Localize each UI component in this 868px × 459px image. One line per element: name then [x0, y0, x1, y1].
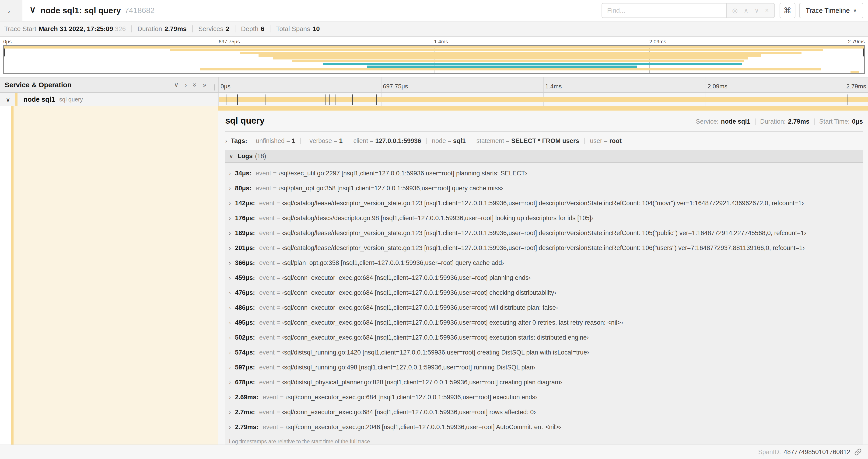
minimap-span-bar [240, 52, 802, 54]
log-expand-chevron-icon[interactable]: › [229, 275, 231, 281]
logs-collapse-chevron-icon[interactable]: ∨ [229, 153, 233, 160]
log-entry-row[interactable]: ›366μs:event=‹sql/plan_opt.go:358 [nsql1… [225, 256, 863, 270]
meta-label: Start Time: [819, 118, 850, 125]
log-expand-chevron-icon[interactable]: › [229, 305, 231, 311]
tag-key: client [353, 137, 368, 144]
span-log-tick [352, 94, 353, 105]
span-detail-left-column [0, 106, 218, 445]
meta-divider [814, 119, 814, 125]
log-expand-chevron-icon[interactable]: › [229, 364, 231, 371]
log-entry-row[interactable]: ›495μs:event=‹sql/conn_executor_exec.go:… [225, 315, 863, 330]
column-resizer-grip[interactable] [213, 85, 215, 91]
span-detail-bar-strip[interactable] [218, 106, 868, 110]
log-expand-chevron-icon[interactable]: › [229, 170, 231, 177]
log-expand-chevron-icon[interactable]: › [229, 200, 231, 207]
log-equals: = [277, 349, 280, 356]
log-expand-chevron-icon[interactable]: › [229, 290, 231, 296]
log-field-key: event [263, 424, 278, 431]
log-entry-row[interactable]: ›574μs:event=‹sql/distsql_running.go:142… [225, 345, 863, 360]
log-field-key: event [259, 215, 275, 222]
log-expand-chevron-icon[interactable]: › [229, 320, 231, 326]
log-expand-chevron-icon[interactable]: › [229, 394, 231, 401]
summary-divider [192, 25, 193, 32]
minimap-canvas[interactable] [3, 45, 865, 74]
log-entry-row[interactable]: ›2.7ms:event=‹sql/conn_executor_exec.go:… [225, 405, 863, 420]
page-header: ← ∨ node sql1: sql query 7418682 ◎∧∨× ⌘ … [0, 0, 868, 22]
log-entry-row[interactable]: ›176μs:event=‹sql/catalog/descs/descript… [225, 211, 863, 226]
span-collapse-chevron-icon[interactable]: ∨ [6, 96, 10, 103]
span-row[interactable]: ∨ node sql1 sql query [0, 93, 868, 106]
collapse-all-icon[interactable]: » [192, 83, 198, 87]
log-field-key: event [259, 244, 275, 252]
log-expand-chevron-icon[interactable]: › [229, 379, 231, 386]
log-equals: = [273, 185, 277, 192]
log-entry-row[interactable]: ›459μs:event=‹sql/conn_executor_exec.go:… [225, 270, 863, 286]
collapse-one-icon[interactable]: ∨ [174, 81, 179, 88]
log-field-key: event [259, 379, 275, 386]
log-expand-chevron-icon[interactable]: › [229, 409, 231, 416]
meta-value: 2.79ms [788, 118, 809, 125]
log-entry-row[interactable]: ›201μs:event=‹sql/catalog/lease/descript… [225, 241, 863, 256]
log-entry-row[interactable]: ›34μs:event=‹sql/exec_util.go:2297 [nsql… [225, 166, 863, 181]
summary-value: 2 [226, 25, 229, 33]
log-entry-row[interactable]: ›80μs:event=‹sql/plan_opt.go:358 [nsql1,… [225, 181, 863, 196]
deep-link-icon[interactable] [854, 448, 862, 456]
summary-value: 10 [312, 25, 320, 33]
back-button[interactable]: ← [0, 0, 22, 21]
previous-result-icon[interactable]: ∧ [744, 7, 748, 14]
log-expand-chevron-icon[interactable]: › [229, 260, 231, 266]
log-timestamp: 502μs: [235, 334, 255, 341]
log-expand-chevron-icon[interactable]: › [229, 215, 231, 222]
span-bar-cell[interactable] [218, 93, 868, 106]
next-result-icon[interactable]: ∨ [754, 7, 759, 14]
clear-search-icon[interactable]: × [765, 7, 769, 14]
logs-header[interactable]: ∨ Logs (18) [225, 150, 863, 163]
span-detail-panel: sql query Service:node sql1Duration:2.79… [218, 106, 868, 445]
log-timestamp: 486μs: [235, 304, 255, 312]
span-duration-bar[interactable] [219, 97, 868, 102]
keyboard-shortcuts-button[interactable]: ⌘ [780, 3, 796, 18]
log-entry-row[interactable]: ›486μs:event=‹sql/conn_executor_exec.go:… [225, 300, 863, 315]
log-expand-chevron-icon[interactable]: › [229, 424, 231, 431]
expand-all-icon[interactable]: » [203, 81, 207, 88]
log-timestamp: 2.69ms: [235, 394, 258, 401]
log-equals: = [280, 394, 284, 401]
focus-match-icon[interactable]: ◎ [732, 7, 738, 14]
span-id-bar: SpanID: 4877749850101760812 [0, 445, 868, 459]
span-log-tick [237, 94, 238, 105]
find-input[interactable] [601, 3, 726, 18]
timeline-ruler: 0μs697.75μs1.4ms2.09ms2.79ms [218, 77, 868, 92]
log-entry-row[interactable]: ›142μs:event=‹sql/catalog/lease/descript… [225, 196, 863, 211]
log-field-key: event [259, 274, 275, 282]
tag-item: user = root [590, 137, 622, 144]
meta-value: node sql1 [721, 118, 750, 125]
log-expand-chevron-icon[interactable]: › [229, 245, 231, 252]
log-entry-row[interactable]: ›189μs:event=‹sql/catalog/lease/descript… [225, 226, 863, 241]
log-entry-row[interactable]: ›502μs:event=‹sql/conn_executor_exec.go:… [225, 330, 863, 345]
log-expand-chevron-icon[interactable]: › [229, 185, 231, 192]
tag-value: SELECT * FROM users [511, 137, 579, 144]
tags-label[interactable]: Tags: [231, 137, 247, 144]
log-expand-chevron-icon[interactable]: › [229, 230, 231, 236]
collapse-trace-chevron-icon[interactable]: ∨ [29, 5, 36, 14]
log-expand-chevron-icon[interactable]: › [229, 334, 231, 341]
log-field-key: event [256, 170, 271, 177]
tags-row[interactable]: › Tags: _unfinished = 1_verbose = 1clien… [225, 137, 863, 144]
log-timestamp: 189μs: [235, 230, 255, 237]
span-row-name-cell[interactable]: ∨ node sql1 sql query [0, 93, 218, 106]
log-entry-row[interactable]: ›2.69ms:event=‹sql/conn_executor_exec.go… [225, 390, 863, 405]
view-selector-button[interactable]: Trace Timeline ∨ [799, 3, 863, 18]
tag-divider [426, 138, 427, 144]
log-entry-row[interactable]: ›678μs:event=‹sql/distsql_physical_plann… [225, 375, 863, 390]
summary-item: Depth6 [241, 25, 265, 33]
logs-label: Logs [238, 153, 253, 160]
expand-one-icon[interactable]: › [185, 81, 187, 88]
log-entry-row[interactable]: ›476μs:event=‹sql/conn_executor_exec.go:… [225, 286, 863, 300]
span-id-label: SpanID: [758, 449, 781, 456]
tags-expand-chevron-icon[interactable]: › [225, 138, 227, 144]
log-expand-chevron-icon[interactable]: › [229, 349, 231, 356]
log-entry-row[interactable]: ›597μs:event=‹sql/distsql_running.go:498… [225, 360, 863, 375]
ruler-time-label: 697.75μs [383, 83, 408, 90]
summary-item: Services2 [198, 25, 229, 33]
log-entry-row[interactable]: ›2.79ms:event=‹sql/conn_executor_exec.go… [225, 420, 863, 435]
